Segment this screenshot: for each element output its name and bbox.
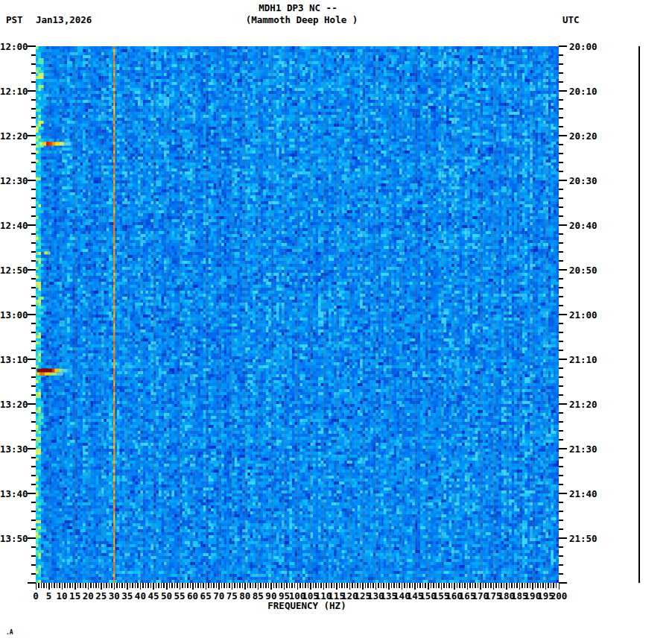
tick bbox=[537, 583, 539, 588]
tick bbox=[393, 583, 395, 588]
tick bbox=[31, 215, 36, 217]
tick bbox=[72, 583, 74, 588]
tick bbox=[357, 583, 358, 588]
tick bbox=[457, 583, 458, 588]
tick bbox=[28, 582, 36, 584]
left-axis-tick-label: 13:30 bbox=[0, 444, 28, 454]
tick bbox=[559, 350, 563, 351]
tick bbox=[88, 583, 89, 590]
tick bbox=[31, 439, 36, 441]
tick bbox=[299, 583, 301, 588]
tick bbox=[163, 583, 165, 588]
timezone-left-label: PST bbox=[6, 15, 23, 25]
tick bbox=[237, 583, 238, 588]
tick bbox=[111, 583, 112, 588]
tick bbox=[64, 583, 66, 588]
tick bbox=[320, 583, 322, 588]
tick bbox=[98, 583, 100, 588]
tick bbox=[478, 583, 479, 588]
tick bbox=[31, 528, 36, 530]
tick bbox=[90, 583, 92, 588]
tick bbox=[559, 466, 563, 467]
tick bbox=[441, 583, 443, 590]
tick bbox=[490, 583, 492, 588]
tick bbox=[137, 583, 139, 588]
tick bbox=[208, 583, 209, 588]
tick bbox=[284, 583, 285, 590]
tick bbox=[559, 439, 563, 441]
tick bbox=[28, 493, 36, 494]
tick bbox=[31, 555, 36, 557]
tick bbox=[31, 502, 36, 503]
tick bbox=[559, 99, 563, 101]
tick bbox=[559, 341, 563, 342]
tick bbox=[174, 583, 176, 588]
tick bbox=[281, 583, 282, 588]
tick bbox=[31, 305, 36, 306]
tick bbox=[559, 537, 567, 539]
tick bbox=[559, 430, 563, 432]
right-axis-tick-label: 21:10 bbox=[569, 355, 603, 364]
tick bbox=[142, 583, 144, 588]
tick bbox=[253, 583, 254, 588]
tick bbox=[83, 583, 84, 588]
tick bbox=[31, 171, 36, 172]
tick bbox=[80, 583, 81, 588]
tick bbox=[446, 583, 448, 588]
tick bbox=[540, 583, 542, 588]
tick bbox=[469, 583, 471, 588]
tick bbox=[31, 323, 36, 324]
tick bbox=[286, 583, 288, 588]
tick bbox=[31, 117, 36, 119]
tick bbox=[559, 385, 563, 387]
tick bbox=[116, 583, 118, 588]
tick bbox=[190, 583, 191, 588]
tick bbox=[315, 583, 317, 588]
tick bbox=[31, 72, 36, 74]
tick bbox=[130, 583, 131, 588]
tick bbox=[559, 314, 567, 315]
tick bbox=[31, 546, 36, 548]
tick bbox=[31, 394, 36, 396]
tick bbox=[31, 457, 36, 458]
tick bbox=[495, 583, 497, 588]
tick bbox=[559, 484, 563, 485]
tick bbox=[428, 583, 429, 590]
tick bbox=[559, 583, 560, 590]
tick bbox=[127, 583, 128, 590]
date-label: Jan13,2026 bbox=[36, 15, 92, 25]
left-axis-tick-label: 13:50 bbox=[0, 534, 28, 543]
tick bbox=[101, 583, 102, 590]
left-axis-tick-label: 12:50 bbox=[0, 265, 28, 275]
tick bbox=[104, 583, 105, 588]
tick bbox=[498, 583, 500, 588]
tick bbox=[28, 90, 36, 92]
tick bbox=[472, 583, 474, 588]
tick bbox=[391, 583, 393, 588]
tick bbox=[559, 180, 567, 181]
tick bbox=[221, 583, 223, 588]
tick bbox=[559, 528, 563, 530]
tick bbox=[226, 583, 228, 588]
tick bbox=[31, 144, 36, 145]
tick bbox=[28, 537, 36, 539]
timezone-right-label: UTC bbox=[562, 15, 580, 25]
tick bbox=[559, 323, 563, 324]
tick bbox=[31, 108, 36, 110]
tick bbox=[310, 583, 311, 590]
tick bbox=[232, 583, 233, 590]
tick bbox=[559, 359, 567, 360]
tick bbox=[28, 180, 36, 181]
tick bbox=[422, 583, 424, 588]
tick bbox=[46, 583, 48, 588]
tick bbox=[28, 269, 36, 271]
tick bbox=[559, 511, 563, 512]
tick bbox=[197, 583, 199, 588]
tick bbox=[31, 484, 36, 485]
tick bbox=[480, 583, 481, 590]
tick bbox=[140, 583, 142, 590]
tick bbox=[462, 583, 463, 588]
tick bbox=[362, 583, 364, 590]
tick bbox=[31, 126, 36, 127]
tick bbox=[506, 583, 507, 590]
